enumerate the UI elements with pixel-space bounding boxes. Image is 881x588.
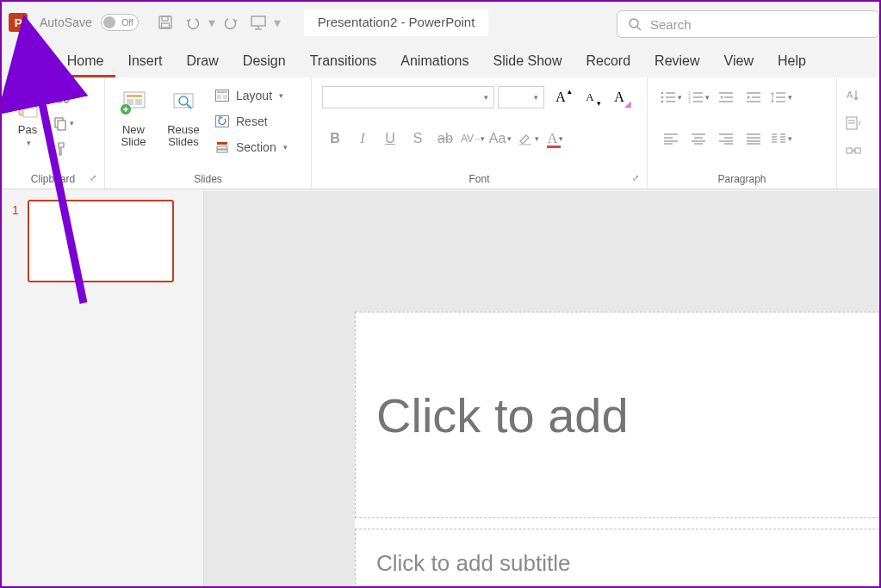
new-slide-button[interactable]: New Slide	[110, 83, 157, 149]
align-center-button[interactable]	[686, 127, 711, 151]
highlight-button[interactable]: ▾	[515, 127, 541, 151]
tab-slideshow[interactable]: Slide Show	[481, 46, 574, 77]
svg-line-7	[637, 27, 641, 30]
ribbon: Pas▾ ▾ Clipboard ⤢	[2, 77, 879, 189]
font-dialog-launcher[interactable]: ⤢	[630, 173, 642, 185]
svg-rect-33	[217, 146, 227, 149]
undo-dropdown[interactable]: ▾	[208, 9, 216, 35]
font-color-button[interactable]: A▾	[543, 127, 568, 151]
align-left-button[interactable]	[658, 127, 684, 151]
copy-button[interactable]: ▾	[52, 112, 74, 134]
svg-rect-19	[127, 99, 133, 105]
align-text-button[interactable]	[842, 112, 865, 134]
numbering-button[interactable]: 123▾	[686, 85, 711, 109]
svg-rect-1	[162, 16, 168, 21]
autosave-toggle-state: Off	[122, 18, 133, 28]
present-dropdown[interactable]: ▾	[273, 9, 282, 35]
character-spacing-button[interactable]: AV↔▾	[460, 127, 486, 151]
svg-point-38	[661, 96, 663, 99]
save-button[interactable]	[152, 9, 178, 35]
scissors-icon	[55, 90, 71, 105]
clear-formatting-button[interactable]: A◢	[606, 85, 632, 109]
svg-rect-16	[58, 121, 65, 130]
reuse-slides-label: Reuse Slides	[167, 124, 200, 149]
tab-insert[interactable]: Insert	[115, 46, 174, 77]
tab-transitions[interactable]: Transitions	[298, 46, 389, 77]
slide-thumb-number: 1	[12, 200, 19, 282]
workspace: 1 Click to add Click to add subtitle	[2, 191, 879, 586]
autosave-toggle[interactable]: Off	[101, 14, 139, 31]
svg-rect-20	[135, 99, 142, 105]
font-size-combo[interactable]: ▾	[498, 86, 544, 108]
search-icon	[628, 17, 642, 31]
bullets-button[interactable]: ▾	[658, 85, 684, 109]
tab-file[interactable]: File	[9, 46, 55, 77]
cut-button[interactable]	[52, 86, 74, 108]
group-extras: A	[837, 77, 872, 189]
increase-font-size-button[interactable]: A▴	[548, 85, 574, 109]
line-spacing-button[interactable]: ▾	[768, 85, 794, 109]
format-painter-button[interactable]	[52, 138, 74, 160]
justify-button[interactable]	[741, 127, 766, 151]
strikethrough-button[interactable]: ab	[432, 127, 458, 151]
tab-design[interactable]: Design	[231, 46, 298, 77]
present-from-start-button[interactable]	[245, 9, 271, 35]
convert-smartart-button[interactable]	[842, 139, 865, 162]
svg-rect-29	[217, 95, 221, 99]
section-icon	[215, 141, 231, 153]
clipboard-dialog-launcher[interactable]: ⤢	[87, 173, 99, 185]
tab-review[interactable]: Review	[642, 46, 711, 77]
svg-rect-86	[847, 148, 852, 153]
increase-indent-button[interactable]	[741, 85, 766, 109]
powerpoint-app-icon: P	[9, 13, 28, 32]
svg-rect-32	[217, 142, 227, 145]
slide-thumbnails-pane[interactable]: 1	[2, 191, 204, 586]
reset-icon	[215, 115, 231, 127]
bold-button[interactable]: B	[322, 127, 348, 151]
tab-home[interactable]: Home	[55, 46, 116, 77]
clipboard-icon	[15, 84, 40, 122]
italic-button[interactable]: I	[350, 127, 375, 151]
shadow-button[interactable]: S	[405, 127, 431, 151]
columns-button[interactable]: ▾	[768, 127, 794, 151]
svg-rect-28	[217, 91, 227, 93]
reuse-slides-button[interactable]: Reuse Slides	[160, 83, 207, 149]
tab-record[interactable]: Record	[574, 46, 643, 77]
ribbon-tabs: File Home Insert Draw Design Transitions…	[2, 43, 879, 77]
slide-thumbnail-1[interactable]	[28, 200, 174, 282]
font-name-combo[interactable]: ▾	[322, 86, 494, 108]
align-right-button[interactable]	[713, 127, 739, 151]
tab-animations[interactable]: Animations	[388, 46, 481, 77]
undo-button[interactable]	[180, 9, 206, 35]
redo-button[interactable]	[218, 9, 244, 35]
layout-button[interactable]: Layout▾	[210, 84, 293, 107]
tab-draw[interactable]: Draw	[174, 46, 230, 77]
svg-point-6	[630, 19, 638, 28]
text-direction-button[interactable]: A	[842, 84, 865, 107]
group-clipboard: Pas▾ ▾ Clipboard ⤢	[2, 77, 105, 189]
underline-button[interactable]: U	[377, 127, 403, 151]
autosave-label: AutoSave	[40, 15, 92, 29]
slide-canvas[interactable]: Click to add Click to add subtitle	[355, 312, 879, 586]
change-case-button[interactable]: Aa▾	[487, 127, 513, 151]
slide-editor[interactable]: Click to add Click to add subtitle	[204, 191, 879, 586]
search-box[interactable]: Search	[617, 10, 879, 38]
decrease-indent-button[interactable]	[713, 85, 739, 109]
group-slides: New Slide Reuse Slides Layout▾	[105, 77, 312, 189]
slides-group-label: Slides	[110, 171, 306, 187]
reset-button[interactable]: Reset	[210, 110, 293, 133]
title-placeholder[interactable]: Click to add	[355, 312, 879, 518]
subtitle-placeholder[interactable]: Click to add subtitle	[355, 529, 879, 586]
paste-label: Pas	[18, 123, 37, 136]
svg-text:A: A	[847, 90, 853, 100]
tab-view[interactable]: View	[712, 46, 766, 77]
decrease-font-size-button[interactable]: A▾	[577, 85, 603, 109]
svg-rect-2	[161, 23, 169, 28]
svg-point-36	[661, 92, 663, 95]
paste-button[interactable]: Pas▾	[7, 83, 48, 149]
section-button[interactable]: Section▾	[210, 136, 293, 158]
svg-rect-10	[23, 100, 37, 117]
quick-access-toolbar: ▾ ▾	[152, 9, 282, 35]
tab-help[interactable]: Help	[766, 46, 818, 77]
paintbrush-icon	[55, 141, 71, 157]
